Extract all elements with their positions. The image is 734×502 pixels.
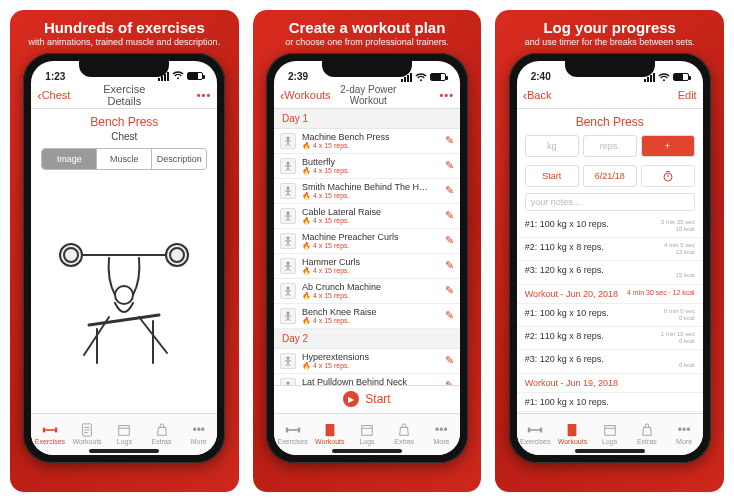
more-button[interactable]: ••• [439, 89, 454, 101]
battery-icon [187, 72, 203, 80]
log-row[interactable]: #1: 100 kg x 10 reps.0 min 0 sec0 kcal [517, 304, 703, 327]
edit-button[interactable]: Edit [678, 89, 697, 101]
workout-row[interactable]: Machine Preacher Curls🔥 4 x 15 reps.✎ [274, 229, 460, 254]
workout-row[interactable]: Machine Bench Press🔥 4 x 15 reps.✎ [274, 129, 460, 154]
status-icons [401, 73, 446, 82]
exercise-name: Ab Crunch Machine [302, 282, 439, 292]
date-button[interactable]: 6/21/18 [583, 165, 637, 187]
workout-list[interactable]: Day 1Machine Bench Press🔥 4 x 15 reps.✎B… [274, 109, 460, 385]
svg-line-37 [288, 218, 290, 221]
svg-rect-9 [43, 428, 45, 433]
workout-row[interactable]: Ab Crunch Machine🔥 4 x 15 reps.✎ [274, 279, 460, 304]
tab-label: Extras [152, 438, 172, 445]
notes-input[interactable]: your notes... [525, 193, 695, 211]
history-meta: 4 min 30 sec · 12 kcal [627, 289, 695, 299]
start-label: Start [365, 392, 390, 406]
workout-row[interactable]: Bench Knee Raise🔥 4 x 15 reps.✎ [274, 304, 460, 329]
svg-rect-16 [119, 426, 130, 436]
exercise-meta: 🔥 4 x 15 reps. [302, 142, 439, 150]
edit-icon[interactable]: ✎ [445, 209, 454, 222]
log-meta: 15 kcal [676, 265, 695, 279]
exercise-thumb-icon [280, 183, 296, 199]
exercise-title: Bench Press [31, 109, 217, 131]
log-set: #1: 100 kg x 10 reps. [525, 308, 609, 322]
svg-line-47 [288, 268, 290, 271]
reps-input[interactable]: reps. [583, 135, 637, 157]
more-button[interactable]: ••• [197, 89, 212, 101]
svg-rect-84 [297, 428, 299, 433]
exercise-name: Lat Pulldown Behind Neck [302, 377, 439, 385]
workout-row[interactable]: Lat Pulldown Behind Neck🔥 4 x 15 reps.✎ [274, 374, 460, 385]
tab-more[interactable]: ••• More [665, 414, 702, 455]
tab-exercises[interactable]: Exercises [517, 414, 554, 455]
segment-image[interactable]: Image [42, 149, 96, 169]
edit-icon[interactable]: ✎ [445, 184, 454, 197]
svg-rect-95 [568, 424, 577, 436]
log-row[interactable]: #3: 120 kg x 6 reps.15 kcal [517, 261, 703, 284]
workout-row[interactable]: Cable Lateral Raise🔥 4 x 15 reps.✎ [274, 204, 460, 229]
back-button[interactable]: ‹ Back [523, 88, 571, 103]
exercise-thumb-icon [280, 283, 296, 299]
workout-row[interactable]: Butterfly🔥 4 x 15 reps.✎ [274, 154, 460, 179]
workout-row[interactable]: Hyperextensions🔥 4 x 15 reps.✎ [274, 349, 460, 374]
log-history-header: Workout - Jun 19, 2018 [517, 374, 703, 393]
exercise-meta: 🔥 4 x 15 reps. [302, 192, 439, 200]
workout-row[interactable]: Smith Machine Behind The H…🔥 4 x 15 reps… [274, 179, 460, 204]
tab-more[interactable]: ••• More [180, 414, 217, 455]
edit-icon[interactable]: ✎ [445, 284, 454, 297]
workout-row[interactable]: Hammer Curls🔥 4 x 15 reps.✎ [274, 254, 460, 279]
svg-point-5 [115, 286, 133, 304]
wifi-icon [172, 71, 184, 82]
exercise-name: Smith Machine Behind The H… [302, 182, 439, 192]
segment-description[interactable]: Description [151, 149, 206, 169]
tab-exercises[interactable]: Exercises [274, 414, 311, 455]
timer-button[interactable] [641, 165, 695, 187]
nav-bar: ‹ Workouts 2-day Power Workout ••• [274, 83, 460, 109]
exercise-thumb-icon [280, 353, 296, 369]
segmented-control[interactable]: Image Muscle Description [41, 148, 207, 170]
log-row[interactable]: #2: 110 kg x 8 reps.4 min 5 sec12 kcal [517, 238, 703, 261]
back-button[interactable]: ‹ Chest [37, 88, 85, 103]
edit-icon[interactable]: ✎ [445, 234, 454, 247]
add-set-button[interactable]: + [641, 135, 695, 157]
nav-bar: ‹ Back Edit [517, 83, 703, 109]
tab-more[interactable]: ••• More [423, 414, 460, 455]
log-list[interactable]: #1: 100 kg x 10 reps.3 min 25 sec10 kcal… [517, 215, 703, 413]
exercise-name: Machine Preacher Curls [302, 232, 439, 242]
tab-label: Exercises [277, 438, 307, 445]
segment-muscle[interactable]: Muscle [96, 149, 151, 169]
status-time: 2:40 [531, 71, 551, 82]
tab-exercises[interactable]: Exercises [31, 414, 68, 455]
log-row[interactable]: #2: 110 kg x 8 reps.1 min 10 sec0 kcal [517, 327, 703, 350]
battery-icon [673, 73, 689, 81]
kg-input[interactable]: kg [525, 135, 579, 157]
phone-frame: 2:40 ‹ Back Edit Bench Press kg [509, 53, 711, 463]
svg-line-6 [89, 315, 159, 325]
start-button[interactable]: ▶ Start [274, 385, 460, 413]
edit-icon[interactable]: ✎ [445, 259, 454, 272]
log-meta: 1 min 10 sec0 kcal [661, 331, 695, 345]
svg-rect-83 [285, 428, 287, 433]
screen-workout-plan: 2:39 ‹ Workouts 2-day Power Workout ••• … [274, 61, 460, 455]
exercise-meta: 🔥 4 x 15 reps. [302, 217, 439, 225]
edit-icon[interactable]: ✎ [445, 134, 454, 147]
edit-icon[interactable]: ✎ [445, 159, 454, 172]
exercise-thumb-icon [280, 258, 296, 274]
exercise-meta: 🔥 4 x 15 reps. [302, 317, 439, 325]
clipboard-icon [322, 423, 338, 437]
calendar-icon [602, 423, 618, 437]
nav-title: Exercise Details [85, 83, 163, 107]
log-row[interactable]: #3: 120 kg x 6 reps.0 kcal [517, 350, 703, 373]
back-label: Workouts [284, 89, 330, 101]
log-row[interactable]: #1: 100 kg x 10 reps.3 min 25 sec10 kcal [517, 215, 703, 238]
log-meta: 4 min 5 sec12 kcal [664, 242, 695, 256]
tab-label: Workouts [315, 438, 344, 445]
clipboard-icon [79, 423, 95, 437]
log-set: #3: 120 kg x 6 reps. [525, 354, 604, 368]
edit-icon[interactable]: ✎ [445, 309, 454, 322]
start-timer-button[interactable]: Start [525, 165, 579, 187]
edit-icon[interactable]: ✎ [445, 354, 454, 367]
back-button[interactable]: ‹ Workouts [280, 88, 331, 103]
log-row[interactable]: #1: 100 kg x 10 reps. [517, 393, 703, 412]
exercise-name: Hyperextensions [302, 352, 439, 362]
